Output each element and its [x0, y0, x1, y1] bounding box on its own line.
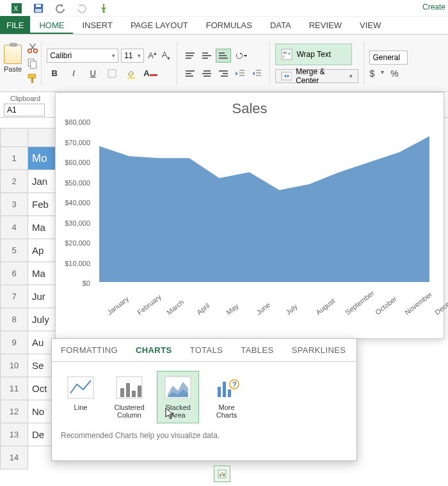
row-header[interactable]: 7 — [0, 285, 28, 308]
format-painter-icon[interactable] — [27, 73, 38, 84]
row-header[interactable]: 8 — [0, 308, 28, 331]
increase-indent-button[interactable] — [249, 67, 264, 81]
qa-option-stacked-area[interactable]: Stacked Area — [157, 371, 199, 423]
align-top-button[interactable] — [182, 49, 198, 63]
tab-formulas[interactable]: FORMULAS — [197, 17, 261, 34]
x-axis-tick: September — [344, 289, 376, 317]
paste-label: Paste — [4, 65, 22, 73]
paste-icon — [4, 45, 22, 64]
align-right-button[interactable] — [216, 67, 231, 81]
x-axis-tick: October — [374, 295, 398, 317]
tab-pagelayout[interactable]: PAGE LAYOUT — [122, 17, 197, 34]
tab-view[interactable]: VIEW — [351, 17, 390, 34]
row-header[interactable]: 14 — [0, 446, 28, 469]
copy-icon[interactable] — [27, 58, 38, 69]
y-axis-tick: $80,000 — [65, 118, 90, 126]
fill-color-button[interactable] — [124, 67, 139, 81]
svg-rect-33 — [132, 391, 136, 397]
qa-tab-charts[interactable]: CHARTS — [127, 339, 181, 361]
qa-tab-sparklines[interactable]: SPARKLINES — [283, 339, 355, 361]
row-header[interactable]: 2 — [0, 170, 28, 193]
row-header[interactable]: 6 — [0, 262, 28, 285]
orientation-button[interactable]: ⭯▾ — [232, 49, 250, 63]
tab-file[interactable]: FILE — [0, 16, 30, 34]
merge-center-button[interactable]: Merge & Center ▾ — [275, 69, 358, 83]
row-header[interactable]: 11 — [0, 377, 28, 400]
row-header[interactable]: 10 — [0, 354, 28, 377]
row-header[interactable]: 4 — [0, 216, 28, 239]
align-center-button[interactable] — [199, 67, 214, 81]
qa-tab-totals[interactable]: TOTALS — [181, 339, 232, 361]
qa-hint-text: Recommended Charts help you visualize da… — [52, 427, 356, 444]
save-icon[interactable] — [33, 3, 44, 13]
y-axis-tick: $0 — [83, 279, 90, 287]
number-format-combo[interactable]: General — [369, 51, 408, 65]
x-axis-tick: May — [225, 302, 240, 316]
bold-button[interactable]: B — [47, 67, 62, 81]
mouse-cursor-icon — [165, 407, 174, 420]
qa-option-clustered-column[interactable]: Clustered Column — [108, 371, 150, 423]
svg-point-5 — [102, 10, 105, 13]
chart-type-icon — [164, 375, 192, 400]
svg-rect-46 — [223, 473, 225, 476]
svg-rect-13 — [31, 77, 33, 82]
decrease-indent-button[interactable] — [232, 67, 248, 81]
quick-analysis-smart-tag[interactable] — [214, 466, 230, 482]
wrap-text-button[interactable]: abc Wrap Text — [275, 43, 352, 65]
tab-review[interactable]: REVIEW — [300, 17, 351, 34]
y-axis-tick: $50,000 — [65, 179, 90, 187]
x-axis-tick: April — [195, 301, 211, 316]
font-size-combo[interactable]: 11 — [121, 49, 144, 63]
y-axis-tick: $30,000 — [65, 219, 90, 227]
qa-option-label: Line — [74, 404, 88, 411]
touch-mode-icon[interactable] — [99, 3, 109, 13]
redo-icon[interactable] — [77, 3, 87, 13]
paste-button[interactable]: Paste — [4, 45, 22, 84]
qa-option-line[interactable]: Line — [60, 371, 102, 423]
svg-rect-45 — [221, 472, 223, 476]
row-header[interactable]: 5 — [0, 239, 28, 262]
underline-button[interactable]: U — [85, 67, 100, 81]
row-header[interactable]: 9 — [0, 331, 28, 354]
x-axis-tick: March — [165, 298, 185, 316]
align-left-button[interactable] — [182, 67, 198, 81]
y-axis-tick: $40,000 — [65, 199, 90, 207]
svg-rect-39 — [223, 382, 226, 397]
qa-tab-tables[interactable]: TABLES — [232, 339, 282, 361]
percent-format-button[interactable]: % — [390, 68, 398, 79]
svg-rect-14 — [108, 70, 116, 77]
increase-font-icon[interactable]: A▴ — [147, 50, 158, 60]
align-middle-button[interactable] — [199, 49, 214, 63]
svg-text:X: X — [13, 4, 19, 12]
tab-insert[interactable]: INSERT — [73, 17, 121, 34]
row-header[interactable]: 13 — [0, 423, 28, 446]
accounting-format-button[interactable]: $ — [369, 68, 374, 79]
y-axis-tick: $20,000 — [65, 239, 90, 247]
font-name-combo[interactable]: Calibri — [47, 49, 118, 63]
qa-option-more-charts[interactable]: ?More Charts — [205, 371, 248, 423]
svg-rect-15 — [127, 77, 135, 79]
border-button[interactable] — [104, 67, 120, 81]
font-color-button[interactable]: A — [143, 67, 158, 81]
italic-button[interactable]: I — [66, 67, 81, 81]
row-header[interactable]: 12 — [0, 400, 28, 423]
undo-icon[interactable] — [55, 3, 65, 13]
ribbon-tabs: FILE HOME INSERT PAGE LAYOUT FORMULAS DA… — [0, 17, 448, 35]
tab-home[interactable]: HOME — [30, 17, 73, 34]
decrease-font-icon[interactable]: A▾ — [161, 50, 172, 61]
embedded-chart[interactable]: Sales $0$10,000$20,000$30,000$40,000$50,… — [55, 92, 444, 339]
align-bottom-button[interactable] — [216, 49, 231, 63]
area-chart-svg — [94, 122, 435, 282]
qa-option-label: Stacked Area — [159, 404, 197, 419]
qa-option-label: More Charts — [207, 404, 246, 419]
qa-tab-formatting[interactable]: FORMATTING — [52, 339, 127, 361]
select-all-corner[interactable] — [0, 128, 28, 147]
tab-data[interactable]: DATA — [261, 17, 300, 34]
row-header[interactable]: 3 — [0, 193, 28, 216]
svg-rect-11 — [31, 61, 36, 68]
cut-icon[interactable] — [27, 42, 38, 54]
name-box[interactable]: A1 — [4, 104, 45, 116]
merge-center-label: Merge & Center — [296, 67, 346, 85]
x-axis-tick: July — [284, 302, 299, 317]
row-header[interactable]: 1 — [0, 147, 28, 170]
